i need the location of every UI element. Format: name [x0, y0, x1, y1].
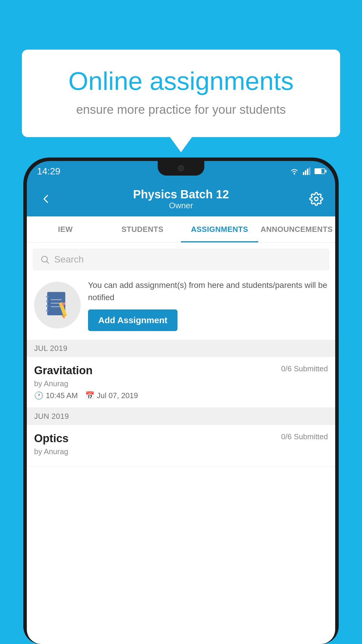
search-placeholder: Search [54, 254, 84, 265]
tab-students[interactable]: STUDENTS [104, 216, 181, 242]
header-subtitle: Owner [55, 201, 307, 210]
svg-point-5 [314, 197, 318, 201]
signal-icon [303, 167, 311, 175]
assignment-header: Gravitation 0/6 Submitted [34, 364, 328, 377]
promo-icon-circle [34, 282, 81, 328]
notch [158, 161, 204, 176]
settings-button[interactable] [307, 192, 325, 206]
svg-rect-3 [307, 169, 308, 175]
bubble-subtitle: ensure more practice for your students [42, 103, 320, 117]
front-camera [178, 165, 184, 172]
assignment-by-optics: by Anurag [34, 447, 328, 456]
svg-rect-1 [303, 172, 304, 175]
clock-icon: 🕐 [34, 391, 43, 400]
promo-text-area: You can add assignment(s) from here and … [88, 279, 328, 331]
tab-assignments[interactable]: ASSIGNMENTS [181, 216, 258, 242]
month-separator-jun: JUN 2019 [27, 408, 335, 425]
search-bar[interactable]: Search [33, 249, 329, 270]
status-icons [289, 167, 325, 175]
status-time: 14:29 [37, 166, 60, 177]
calendar-icon: 📅 [85, 391, 94, 400]
svg-rect-8 [46, 296, 48, 298]
tab-iew[interactable]: IEW [27, 216, 104, 242]
svg-rect-9 [46, 300, 48, 302]
month-separator-jul: JUL 2019 [27, 340, 335, 357]
tabs-bar: IEW STUDENTS ASSIGNMENTS ANNOUNCEMENTS [27, 216, 335, 243]
promo-description: You can add assignment(s) from here and … [88, 279, 328, 304]
assignment-time: 🕐 10:45 AM [34, 391, 78, 400]
assignment-item-optics[interactable]: Optics 0/6 Submitted by Anurag [27, 425, 335, 467]
header-title: Physics Batch 12 [55, 188, 307, 201]
assignment-submitted-optics: 0/6 Submitted [281, 432, 328, 441]
assignment-submitted: 0/6 Submitted [281, 364, 328, 373]
phone-inner: 14:29 [27, 161, 335, 644]
back-button[interactable] [37, 193, 55, 205]
header-title-area: Physics Batch 12 Owner [55, 188, 307, 210]
bubble-title: Online assignments [42, 67, 320, 95]
add-assignment-button[interactable]: Add Assignment [88, 309, 178, 331]
assignment-title: Gravitation [34, 364, 93, 377]
svg-rect-11 [46, 310, 48, 312]
assignment-by: by Anurag [34, 379, 328, 388]
svg-rect-12 [51, 299, 62, 300]
assignment-header-optics: Optics 0/6 Submitted [34, 432, 328, 445]
screen-content: Search [27, 243, 335, 644]
assignment-item-gravitation[interactable]: Gravitation 0/6 Submitted by Anurag 🕐 10… [27, 357, 335, 408]
svg-rect-4 [309, 167, 310, 175]
search-icon [40, 255, 50, 265]
phone-frame: 14:29 [23, 158, 339, 644]
svg-rect-2 [305, 170, 306, 175]
speech-bubble-container: Online assignments ensure more practice … [22, 50, 340, 137]
wifi-icon [289, 167, 299, 175]
app-header: Physics Batch 12 Owner [27, 181, 335, 216]
svg-rect-10 [46, 305, 48, 307]
tab-announcements[interactable]: ANNOUNCEMENTS [258, 216, 335, 242]
assignment-meta: 🕐 10:45 AM 📅 Jul 07, 2019 [34, 391, 328, 400]
battery-icon [314, 168, 325, 174]
promo-section: You can add assignment(s) from here and … [27, 270, 335, 340]
speech-bubble: Online assignments ensure more practice … [22, 50, 340, 137]
assignment-title-optics: Optics [34, 432, 68, 445]
svg-point-0 [294, 173, 295, 175]
notebook-icon [44, 290, 71, 320]
assignment-date: 📅 Jul 07, 2019 [85, 391, 138, 400]
